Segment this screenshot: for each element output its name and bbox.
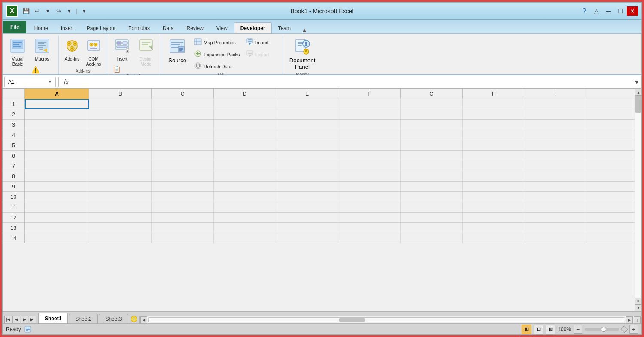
cell-b8[interactable]: [89, 171, 152, 181]
cell-c9[interactable]: [152, 182, 214, 191]
scroll-thumb[interactable]: [635, 96, 641, 113]
cell-e14[interactable]: [276, 233, 338, 243]
cell-i7[interactable]: [525, 161, 587, 171]
redo-dropdown-button[interactable]: ▾: [64, 6, 74, 16]
row-header-1[interactable]: 1: [3, 99, 25, 109]
cell-c1[interactable]: [152, 99, 214, 109]
cell-h14[interactable]: [463, 233, 525, 243]
cell-g1[interactable]: [401, 99, 463, 109]
cell-e9[interactable]: [276, 182, 338, 191]
import-button[interactable]: Import: [244, 36, 278, 48]
cell-g10[interactable]: [401, 192, 463, 202]
scroll-size-btn[interactable]: ≡: [635, 298, 641, 304]
insert-control-button[interactable]: Insert: [111, 36, 133, 64]
cell-e4[interactable]: [276, 130, 338, 140]
com-addins-button[interactable]: COMAdd-Ins: [84, 36, 103, 69]
tab-sheet2[interactable]: Sheet2: [69, 314, 98, 323]
row-header-9[interactable]: 9: [3, 182, 25, 191]
col-header-c[interactable]: C: [152, 89, 214, 99]
cell-g9[interactable]: [401, 182, 463, 191]
expansion-packs-button[interactable]: Expansion Packs: [192, 49, 242, 60]
cell-g14[interactable]: [401, 233, 463, 243]
col-header-g[interactable]: G: [401, 89, 463, 99]
restore-button[interactable]: ❐: [615, 6, 626, 16]
cell-h6[interactable]: [463, 151, 525, 161]
cell-f6[interactable]: [338, 151, 401, 161]
cell-d1[interactable]: [214, 99, 276, 109]
tab-sheet1[interactable]: Sheet1: [38, 313, 68, 323]
save-button[interactable]: 💾: [21, 6, 31, 16]
cell-b1[interactable]: [89, 99, 152, 109]
cell-a8[interactable]: [25, 171, 89, 181]
cell-d3[interactable]: [214, 120, 276, 130]
cell-e1[interactable]: [276, 99, 338, 109]
scroll-right-button[interactable]: ▶: [626, 316, 633, 323]
scroll-up-button[interactable]: ▲: [635, 89, 641, 96]
scroll-left-button[interactable]: ◀: [140, 316, 147, 323]
cell-b3[interactable]: [89, 120, 152, 130]
tab-formulas[interactable]: Formulas: [122, 22, 156, 33]
cell-f9[interactable]: [338, 182, 401, 191]
normal-view-button[interactable]: ⊞: [522, 325, 531, 334]
macros-button[interactable]: Macros: [32, 36, 52, 64]
cell-f7[interactable]: [338, 161, 401, 171]
cell-b6[interactable]: [89, 151, 152, 161]
cell-i9[interactable]: [525, 182, 587, 191]
row-header-4[interactable]: 4: [3, 130, 25, 140]
cell-i2[interactable]: [525, 109, 587, 119]
visual-basic-button[interactable]: VisualBasic: [8, 36, 27, 69]
row-header-3[interactable]: 3: [3, 120, 25, 130]
cell-g6[interactable]: [401, 151, 463, 161]
tab-sheet3[interactable]: Sheet3: [99, 314, 128, 323]
cell-b13[interactable]: [89, 223, 152, 233]
cell-f8[interactable]: [338, 171, 401, 181]
tab-insert[interactable]: Insert: [55, 22, 80, 33]
row-header-13[interactable]: 13: [3, 223, 25, 233]
cell-g11[interactable]: [401, 202, 463, 212]
cell-d14[interactable]: [214, 233, 276, 243]
cell-b2[interactable]: [89, 109, 152, 119]
h-scroll-track[interactable]: [148, 317, 625, 322]
cell-e3[interactable]: [276, 120, 338, 130]
sheet-nav-next-button[interactable]: ▶: [21, 316, 28, 323]
map-properties-button[interactable]: Map Properties: [192, 36, 238, 48]
undo-button[interactable]: ↩: [32, 6, 42, 16]
cell-c6[interactable]: [152, 151, 214, 161]
row-header-11[interactable]: 11: [3, 202, 25, 212]
cell-f13[interactable]: [338, 223, 401, 233]
cell-d2[interactable]: [214, 109, 276, 119]
sheet-nav-last-button[interactable]: ▶|: [29, 316, 36, 323]
cell-a9[interactable]: [25, 182, 89, 191]
page-layout-view-button[interactable]: ⊟: [534, 325, 543, 334]
macro-security-button[interactable]: ⚠️: [29, 64, 55, 75]
cell-h4[interactable]: [463, 130, 525, 140]
cell-b14[interactable]: [89, 233, 152, 243]
cell-c7[interactable]: [152, 161, 214, 171]
cell-a4[interactable]: [25, 130, 89, 140]
tab-review[interactable]: Review: [180, 22, 210, 33]
cell-a7[interactable]: [25, 161, 89, 171]
cell-b5[interactable]: [89, 140, 152, 150]
cell-e6[interactable]: [276, 151, 338, 161]
cell-h11[interactable]: [463, 202, 525, 212]
minimize-button[interactable]: ─: [603, 6, 614, 16]
cell-c8[interactable]: [152, 171, 214, 181]
cell-g12[interactable]: [401, 213, 463, 222]
formula-input[interactable]: [73, 79, 632, 85]
zoom-out-button[interactable]: −: [574, 325, 582, 334]
cell-a1[interactable]: [25, 99, 89, 109]
col-header-b[interactable]: B: [89, 89, 152, 99]
cell-d5[interactable]: [214, 140, 276, 150]
cell-i5[interactable]: [525, 140, 587, 150]
scroll-right-end-button[interactable]: |: [634, 316, 641, 323]
cell-c13[interactable]: [152, 223, 214, 233]
cell-d12[interactable]: [214, 213, 276, 222]
cell-i4[interactable]: [525, 130, 587, 140]
cell-a12[interactable]: [25, 213, 89, 222]
sheet-nav-prev-button[interactable]: ◀: [12, 316, 20, 323]
cell-d4[interactable]: [214, 130, 276, 140]
cell-f4[interactable]: [338, 130, 401, 140]
vertical-scrollbar[interactable]: ▲ ≡ ▼: [635, 89, 641, 311]
cell-a5[interactable]: [25, 140, 89, 150]
row-header-12[interactable]: 12: [3, 213, 25, 222]
